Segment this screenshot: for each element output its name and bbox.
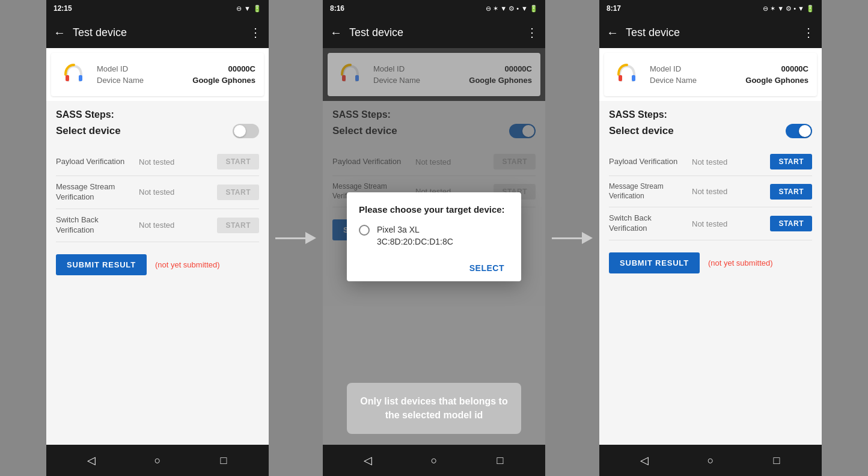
test-label-payload-left: Payload Verification [56,157,134,167]
menu-button-left[interactable]: ⋮ [249,25,261,40]
status-icons-middle: ⊖ ✶ ▼ ⚙ • ▼ 🔋 [486,5,538,13]
nav-recent-left[interactable]: □ [212,448,236,472]
start-btn-stream-left[interactable]: START [217,185,259,200]
start-btn-switch-left[interactable]: START [217,218,259,233]
app-title-middle: Test device [349,26,519,39]
tooltip-box: Only list devices that belongs to the se… [347,383,521,434]
nav-home-middle[interactable]: ○ [422,448,446,472]
test-status-stream-left: Not tested [139,188,212,197]
nav-bar-right: ◁ ○ □ [599,445,822,476]
model-id-row-middle: Model ID 00000C [373,64,532,73]
submit-section-left: SUBMIT RESULT (not yet submitted) [56,254,259,275]
test-row-payload-right: Payload Verification Not tested START [609,148,812,176]
start-btn-payload-right[interactable]: START [770,154,812,169]
test-label-switch-left: Switch Back Verification [56,215,134,236]
test-label-payload-right: Payload Verification [609,157,687,167]
start-btn-switch-right[interactable]: START [770,216,812,231]
dialog-actions: SELECT [359,255,509,276]
app-bar-right: ← Test device ⋮ [599,17,822,48]
arrow-2 [545,232,599,244]
phone-left: 12:15 ⊖ ▼ 🔋 ← Test device ⋮ Model ID 000… [46,0,269,476]
radio-button[interactable] [359,225,370,236]
device-logo-left [60,60,88,89]
svg-rect-2 [342,75,346,81]
model-id-row-right: Model ID 00000C [650,64,808,73]
test-label-stream-left: Message Stream Verification [56,182,134,203]
dialog-option[interactable]: Pixel 3a XL 3C:8D:20:DC:D1:8C [359,224,509,248]
device-info-right: Model ID 00000C Device Name Google Gphon… [650,64,808,85]
device-name-row-middle: Device Name Google Gphones [373,76,532,85]
model-id-label-left: Model ID [97,64,128,73]
start-btn-payload-left[interactable]: START [217,154,259,169]
time-middle: 8:16 [330,4,344,13]
app-title-left: Test device [73,26,242,39]
submit-button-left[interactable]: SUBMIT RESULT [56,254,147,275]
test-row-stream-right: Message Stream Verification Not tested S… [609,176,812,207]
status-bar-right: 8:17 ⊖ ✶ ▼ ⚙ • ▼ 🔋 [599,0,822,17]
test-status-payload-right: Not tested [692,157,765,166]
device-card-left: Model ID 00000C Device Name Google Gphon… [51,53,264,96]
submit-button-right[interactable]: SUBMIT RESULT [609,252,700,273]
device-info-middle: Model ID 00000C Device Name Google Gphon… [373,64,532,85]
back-button-left[interactable]: ← [53,26,66,40]
dialog-select-button[interactable]: SELECT [465,260,509,276]
status-bar-middle: 8:16 ⊖ ✶ ▼ ⚙ • ▼ 🔋 [323,0,545,17]
nav-home-left[interactable]: ○ [145,448,170,472]
wifi-icon: ▼ [244,5,251,12]
test-row-switch-right: Switch Back Verification Not tested STAR… [609,207,812,240]
toggle-middle [509,124,536,138]
sass-steps-title-left: SASS Steps: [56,109,259,120]
submit-section-right: SUBMIT RESULT (not yet submitted) [609,252,812,273]
select-device-toggle-right[interactable] [786,124,812,138]
test-status-switch-right: Not tested [692,219,765,228]
test-status-payload-left: Not tested [139,157,212,166]
svg-rect-4 [619,75,622,81]
dialog-title: Please choose your target device: [359,204,509,215]
nav-back-left[interactable]: ◁ [79,448,103,472]
device-name-row-right: Device Name Google Gphones [650,76,808,85]
select-device-title-left: Select device [56,124,259,138]
app-bar-middle: ← Test device ⋮ [323,17,545,48]
device-name-label-left: Device Name [97,76,144,85]
nav-recent-right[interactable]: □ [765,448,789,472]
test-row-switch-left: Switch Back Verification Not tested STAR… [56,209,259,242]
status-bar-left: 12:15 ⊖ ▼ 🔋 [46,0,269,17]
phone-right: 8:17 ⊖ ✶ ▼ ⚙ • ▼ 🔋 ← Test device ⋮ Model… [599,0,822,476]
svg-rect-1 [79,75,82,81]
tooltip-text: Only list devices that belongs to the se… [360,396,507,420]
nav-recent-middle[interactable]: □ [488,448,512,472]
device-option-text: Pixel 3a XL 3C:8D:20:DC:D1:8C [377,224,453,248]
test-row-stream-left: Message Stream Verification Not tested S… [56,176,259,209]
menu-button-right[interactable]: ⋮ [802,25,815,40]
main-content-right: SASS Steps: Select device Payload Verifi… [599,101,822,445]
start-btn-stream-right[interactable]: START [770,184,812,200]
choose-device-dialog: Please choose your target device: Pixel … [347,192,521,281]
nav-back-right[interactable]: ◁ [632,448,656,472]
device-option-name: Pixel 3a XL [377,224,453,236]
svg-rect-0 [66,75,69,81]
nav-back-middle[interactable]: ◁ [356,448,380,472]
nav-bar-left: ◁ ○ □ [46,445,269,476]
test-row-payload-left: Payload Verification Not tested START [56,148,259,176]
app-bar-left: ← Test device ⋮ [46,17,269,48]
menu-button-middle[interactable]: ⋮ [526,25,538,40]
test-label-stream-right: Message Stream Verification [609,182,687,201]
test-status-stream-right: Not tested [692,187,765,196]
device-info-left: Model ID 00000C Device Name Google Gphon… [97,64,255,85]
signal-icon: 🔋 [253,5,261,13]
sass-steps-title-right: SASS Steps: [609,109,812,120]
icons-right: ⊖ ✶ ▼ ⚙ • ▼ 🔋 [763,5,815,13]
nav-home-right[interactable]: ○ [698,448,723,472]
not-submitted-label-left: (not yet submitted) [155,260,220,269]
main-content-left: SASS Steps: Select device Payload Verifi… [46,101,269,445]
device-logo-right [613,60,641,89]
back-button-right[interactable]: ← [607,26,619,40]
select-device-toggle-left[interactable] [233,124,259,138]
back-button-middle[interactable]: ← [330,26,342,40]
battery-icon-m: ⊖ ✶ ▼ ⚙ • [486,5,519,13]
not-submitted-label-right: (not yet submitted) [708,258,773,267]
test-label-switch-right: Switch Back Verification [609,213,687,234]
select-device-title-right: Select device [609,124,812,138]
wifi-icon-m: ▼ 🔋 [521,5,538,13]
svg-rect-3 [355,75,359,81]
